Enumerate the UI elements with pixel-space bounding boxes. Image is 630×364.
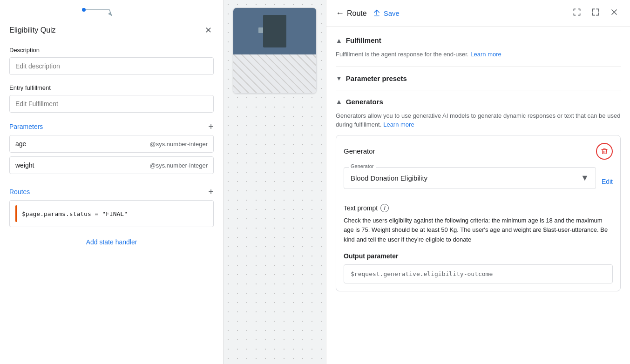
param-type-weight: @sys.number-integer — [150, 162, 208, 169]
panel-title: Eligibility Quiz — [9, 26, 56, 34]
description-label: Description — [9, 47, 214, 54]
right-content: ▲ Fulfillment Fulfillment is the agent r… — [326, 27, 630, 364]
expand-icon — [591, 7, 600, 17]
node-bottom — [233, 54, 316, 94]
generators-description: Generators allow you to use generative A… — [336, 112, 620, 128]
parameter-row-weight: weight @sys.number-integer — [9, 156, 214, 174]
param-name-weight: weight — [15, 162, 34, 169]
close-icon: ✕ — [205, 26, 212, 35]
generator-select-field[interactable]: Generator Blood Donation Eligibility ▼ — [344, 167, 596, 189]
fulfillment-collapse-icon: ▲ — [336, 37, 342, 44]
back-route: ← Route — [336, 8, 367, 18]
right-panel: ← Route Save — [326, 0, 630, 364]
node-top — [233, 8, 316, 54]
select-label: Generator — [349, 163, 376, 169]
edit-generator-button[interactable]: Edit — [602, 178, 613, 185]
close-right-icon — [610, 7, 619, 17]
right-header-left: ← Route Save — [336, 8, 400, 18]
description-input[interactable] — [9, 57, 214, 75]
param-type-age: @sys.number-integer — [150, 141, 208, 148]
generators-heading: Generators — [346, 98, 383, 106]
back-arrow-icon[interactable]: ← — [336, 8, 344, 18]
generators-section-collapse[interactable]: ▲ Generators — [336, 98, 621, 106]
parameters-section-header: Parameters + — [9, 122, 214, 131]
output-param-label: Output parameter — [344, 252, 613, 260]
generators-description-row: Generators allow you to use generative A… — [336, 111, 621, 129]
fullscreen-icon — [572, 7, 582, 17]
route-text: $page.params.status = "FINAL" — [22, 210, 128, 217]
add-route-button[interactable]: + — [208, 187, 214, 196]
info-icon[interactable]: i — [380, 204, 389, 212]
fulfillment-input[interactable] — [9, 95, 214, 113]
canvas-node — [233, 7, 317, 94]
output-param-input[interactable] — [344, 264, 613, 283]
parameter-presets-collapse[interactable]: ▼ Parameter presets — [336, 74, 621, 82]
fulfillment-section-collapse[interactable]: ▲ Fulfillment — [336, 36, 621, 44]
panel-header: Eligibility Quiz ✕ — [9, 23, 214, 37]
routes-section-header: Routes + — [9, 187, 214, 196]
route-row[interactable]: $page.params.status = "FINAL" — [9, 200, 214, 227]
fullscreen-button[interactable] — [570, 6, 583, 21]
close-right-panel-button[interactable] — [608, 6, 621, 21]
add-route-icon: + — [208, 187, 214, 197]
generators-learn-more[interactable]: Learn more — [383, 121, 414, 128]
node-icon-rect — [263, 15, 286, 47]
right-header: ← Route Save — [326, 0, 630, 27]
route-label: Route — [347, 9, 367, 18]
save-icon — [373, 9, 381, 18]
text-prompt-label: Text prompt — [344, 204, 378, 212]
svg-point-0 — [82, 8, 86, 12]
param-name-age: age — [15, 140, 26, 148]
expand-button[interactable] — [589, 6, 602, 21]
fulfillment-label: Entry fulfillment — [9, 84, 214, 91]
add-state-handler-button[interactable]: Add state handler — [9, 238, 214, 246]
text-prompt-content: Check the users eligibility against the … — [344, 216, 613, 245]
close-button[interactable]: ✕ — [203, 23, 214, 37]
divider-1 — [336, 67, 621, 67]
delete-generator-button[interactable] — [596, 143, 613, 160]
generator-card: Generator Generator Blood Donation Eligi… — [336, 135, 621, 291]
generator-select-wrapper: Generator Blood Donation Eligibility ▼ E… — [344, 167, 613, 196]
left-panel: Eligibility Quiz ✕ Description Entry ful… — [0, 0, 224, 364]
route-indicator — [15, 205, 17, 222]
fulfillment-description-row: Fulfillment is the agent response for th… — [336, 50, 621, 59]
text-prompt-header: Text prompt i — [344, 204, 613, 212]
canvas-area — [224, 0, 326, 364]
select-value: Blood Donation Eligibility — [351, 174, 427, 182]
divider-2 — [336, 90, 621, 90]
presets-collapse-icon: ▼ — [336, 74, 342, 82]
routes-label: Routes — [9, 188, 30, 195]
parameter-row-age: age @sys.number-integer — [9, 135, 214, 153]
parameters-label: Parameters — [9, 123, 43, 130]
trash-icon — [601, 148, 608, 155]
connector-svg — [56, 7, 130, 21]
add-parameter-button[interactable]: + — [208, 122, 214, 131]
fulfillment-heading: Fulfillment — [346, 36, 381, 44]
save-button[interactable]: Save — [373, 9, 400, 18]
parameter-presets-heading: Parameter presets — [346, 74, 407, 82]
generator-card-header: Generator — [344, 143, 613, 160]
fulfillment-learn-more[interactable]: Learn more — [470, 51, 501, 58]
add-icon: + — [208, 121, 214, 132]
right-header-right — [570, 6, 621, 21]
generators-collapse-icon: ▲ — [336, 98, 342, 105]
select-row: Blood Donation Eligibility ▼ — [344, 168, 596, 189]
fulfillment-description: Fulfillment is the agent response for th… — [336, 51, 468, 58]
generator-card-title: Generator — [344, 147, 375, 155]
chevron-down-icon: ▼ — [581, 173, 589, 183]
connector-area — [9, 7, 214, 21]
